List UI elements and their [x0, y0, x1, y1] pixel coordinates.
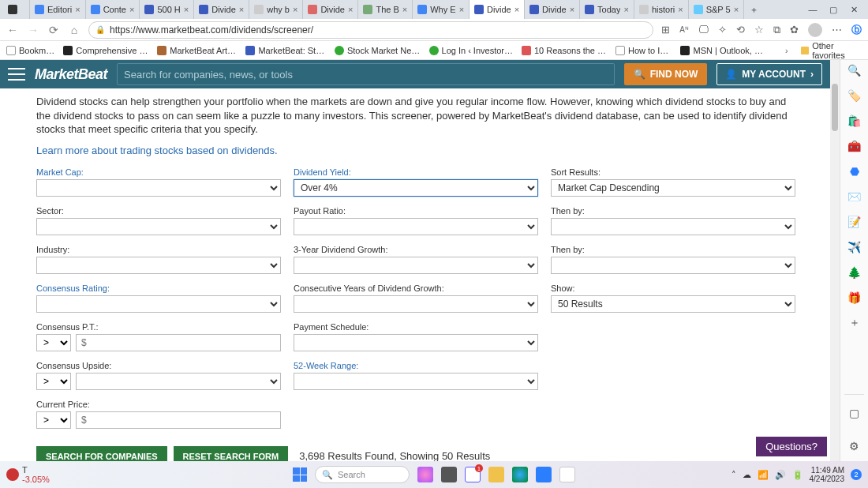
site-logo[interactable]: MarketBeat: [35, 66, 107, 83]
outlook-icon[interactable]: ✉️: [847, 190, 862, 204]
office-icon[interactable]: ⬣: [847, 164, 862, 178]
learn-more-link[interactable]: Learn more about trading stocks based on…: [36, 145, 794, 156]
reader-icon[interactable]: 🖵: [698, 24, 709, 36]
bookmark-item[interactable]: Comprehensive Cry…: [63, 46, 149, 55]
payment-schedule-select[interactable]: [294, 334, 538, 351]
favorite-icon[interactable]: ☆: [754, 24, 764, 36]
consensus-pt-input[interactable]: [76, 334, 281, 351]
bookmark-item[interactable]: Bookmarks: [6, 46, 55, 55]
consecutive-years-select[interactable]: [294, 295, 538, 313]
shopping-tag-icon[interactable]: 🏷️: [847, 88, 862, 103]
tray-cloud-icon[interactable]: ☁: [743, 470, 751, 480]
site-search-input[interactable]: Search for companies, news, or tools: [117, 63, 615, 85]
my-account-button[interactable]: 👤MY ACCOUNT›: [716, 63, 822, 85]
apps-icon[interactable]: ⊞: [661, 24, 670, 36]
plus-icon[interactable]: ＋: [847, 316, 862, 330]
sector-select[interactable]: [36, 218, 281, 235]
tab-close-icon[interactable]: ×: [514, 5, 519, 14]
then-by-2-select[interactable]: [551, 257, 795, 274]
forward-button[interactable]: →: [27, 24, 39, 36]
tab-close-icon[interactable]: ×: [570, 5, 574, 14]
notification-badge[interactable]: 2: [851, 469, 862, 480]
app-edge-icon[interactable]: [512, 467, 528, 482]
tab-close-icon[interactable]: ×: [293, 5, 297, 14]
consensus-rating-select[interactable]: [36, 295, 281, 313]
tab-3[interactable]: 500 H×: [140, 0, 194, 19]
tab-2[interactable]: Conte×: [86, 0, 140, 19]
window-maximize-icon[interactable]: ▢: [829, 5, 838, 15]
weather-widget[interactable]: T -3.05%: [6, 465, 50, 484]
more-icon[interactable]: ⋯: [832, 24, 842, 36]
app-amazon-icon[interactable]: [559, 467, 575, 482]
tab-close-icon[interactable]: ×: [678, 5, 683, 14]
bookmark-item[interactable]: MarketBeat: Stock…: [245, 46, 327, 55]
bookmark-item[interactable]: How to Invest: [615, 46, 673, 55]
payout-ratio-select[interactable]: [294, 218, 538, 235]
new-tab-button[interactable]: ＋: [744, 0, 763, 19]
tab-13[interactable]: S&P 5×: [689, 0, 744, 19]
bookmark-item[interactable]: Stock Market News,…: [335, 46, 421, 55]
back-button[interactable]: ←: [6, 24, 19, 36]
app-cortana-icon[interactable]: [417, 467, 433, 482]
tab-active[interactable]: Divide×: [470, 0, 525, 19]
sort-results-select[interactable]: Market Cap Descending: [551, 179, 795, 197]
translate-icon[interactable]: ✧: [718, 24, 727, 36]
window-close-icon[interactable]: ✕: [849, 5, 859, 15]
dividend-yield-select[interactable]: Over 4%: [294, 179, 538, 197]
gift-icon[interactable]: 🎁: [847, 291, 862, 305]
search-companies-button[interactable]: SEARCH FOR COMPANIES: [36, 446, 167, 461]
tab-6[interactable]: Divide×: [303, 0, 358, 19]
clock[interactable]: 11:49 AM 4/24/2023: [810, 466, 845, 483]
consensus-upside-select[interactable]: [76, 373, 281, 390]
other-favorites[interactable]: Other favorites: [801, 41, 862, 60]
tab-close-icon[interactable]: ×: [348, 5, 353, 14]
tab-12[interactable]: histori×: [634, 0, 689, 19]
tray-wifi-icon[interactable]: 📶: [758, 470, 769, 480]
tab-4[interactable]: Divide×: [194, 0, 249, 19]
bing-icon[interactable]: ⓑ: [851, 23, 862, 37]
app-store-icon[interactable]: [536, 467, 552, 482]
three-year-growth-select[interactable]: [294, 257, 538, 274]
current-price-op-select[interactable]: >: [36, 411, 71, 429]
window-minimize-icon[interactable]: —: [808, 5, 817, 14]
market-cap-select[interactable]: [36, 179, 281, 197]
week-range-select[interactable]: [294, 373, 538, 390]
find-now-button[interactable]: 🔍FIND NOW: [624, 63, 708, 85]
tray-volume-icon[interactable]: 🔊: [775, 470, 786, 480]
collections-icon[interactable]: ⧉: [773, 24, 780, 36]
tab-close-icon[interactable]: ×: [184, 5, 189, 14]
show-select[interactable]: 50 Results: [551, 295, 795, 313]
read-aloud-icon[interactable]: Aᴺ: [679, 25, 689, 34]
panel-toggle-icon[interactable]: ▢: [847, 406, 862, 420]
tab-close-icon[interactable]: ×: [734, 5, 739, 14]
tab-8[interactable]: Why E×: [413, 0, 470, 19]
consensus-pt-op-select[interactable]: >: [36, 334, 71, 351]
tab-10[interactable]: Divide×: [525, 0, 580, 19]
current-price-input[interactable]: [76, 411, 281, 429]
bookmark-item[interactable]: Log In ‹ InvestorPla…: [429, 46, 514, 55]
notes-icon[interactable]: 📝: [847, 215, 862, 229]
tray-battery-icon[interactable]: 🔋: [792, 470, 803, 480]
bookmark-item[interactable]: MarketBeat Article…: [157, 46, 238, 55]
tab-close-icon[interactable]: ×: [239, 5, 244, 14]
questions-button[interactable]: Questions?: [756, 437, 827, 456]
bookmark-item[interactable]: 10 Reasons the Cry…: [522, 46, 608, 55]
shopping-bag-icon[interactable]: 🛍️: [847, 114, 862, 128]
tab-close-icon[interactable]: ×: [459, 5, 464, 14]
then-by-1-select[interactable]: [551, 218, 795, 235]
bookmarks-overflow-icon[interactable]: ›: [780, 46, 793, 55]
industry-select[interactable]: [36, 257, 281, 274]
url-input[interactable]: 🔒 https://www.marketbeat.com/dividends/s…: [88, 21, 653, 39]
tab-7[interactable]: The B×: [358, 0, 413, 19]
app-explorer-icon[interactable]: [488, 467, 504, 482]
tab-11[interactable]: Today×: [580, 0, 634, 19]
tray-chevron-icon[interactable]: ˄: [731, 470, 736, 480]
sync-icon[interactable]: ⟲: [736, 24, 745, 36]
menu-icon[interactable]: [8, 68, 25, 81]
tab-close-icon[interactable]: ×: [75, 5, 80, 14]
reset-form-button[interactable]: RESET SEARCH FORM: [174, 446, 289, 461]
app-chat-icon[interactable]: 1: [465, 467, 481, 482]
tab-close-icon[interactable]: ×: [623, 5, 628, 14]
taskbar-search[interactable]: 🔍Search: [315, 466, 410, 483]
tab-5[interactable]: why b×: [249, 0, 303, 19]
